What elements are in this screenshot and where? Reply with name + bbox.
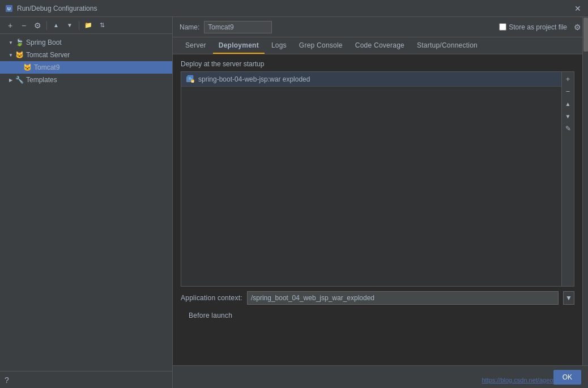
close-button[interactable]: ✕	[572, 3, 583, 14]
app-icon: U	[5, 4, 14, 13]
deploy-list-item[interactable]: W spring-boot-04-web-jsp:war exploded	[181, 72, 561, 87]
folder-button[interactable]: 📁	[83, 20, 94, 31]
add-artifact-button[interactable]: +	[563, 73, 574, 84]
app-context-area: Application context: ▼	[181, 291, 574, 305]
tab-server[interactable]: Server	[180, 37, 212, 54]
deploy-list: W spring-boot-04-web-jsp:war exploded	[181, 72, 561, 286]
app-context-label: Application context:	[181, 294, 242, 302]
tree-item-tomcat-server[interactable]: ▼ 🐱 Tomcat Server	[0, 49, 172, 61]
toolbar-separator-1	[46, 21, 47, 30]
artifact-label: spring-boot-04-web-jsp:war exploded	[198, 75, 310, 83]
move-artifact-down-button[interactable]: ▼	[563, 110, 574, 122]
remove-artifact-button[interactable]: −	[563, 86, 574, 97]
title-bar-text: Run/Debug Configurations	[17, 5, 97, 12]
edit-config-button[interactable]: ⚙	[32, 20, 43, 31]
right-scrollbar[interactable]	[582, 17, 588, 388]
svg-text:W: W	[191, 79, 194, 83]
artifact-icon: W	[186, 75, 195, 84]
right-header: Name: Store as project file ⚙	[173, 17, 588, 37]
tomcat-server-icon: 🐱	[15, 50, 24, 59]
tree-label-spring-boot: Spring Boot	[26, 39, 62, 46]
main-layout: + − ⚙ ▲ ▼ 📁 ⇅ ▼ 🍃 Spring Boot ▼ 🐱	[0, 17, 588, 388]
settings-gear-icon[interactable]: ⚙	[574, 23, 581, 32]
sort-button[interactable]: ⇅	[96, 20, 108, 31]
move-down-button[interactable]: ▼	[64, 20, 75, 31]
toolbar-separator-2	[79, 21, 79, 30]
store-project-area: Store as project file	[499, 23, 567, 31]
app-context-input[interactable]	[247, 291, 559, 305]
deployment-content: Deploy at the server startup	[173, 54, 582, 388]
before-launch-label: Before launch	[181, 308, 574, 323]
name-input[interactable]	[204, 21, 272, 33]
edit-artifact-button[interactable]: ✎	[563, 123, 574, 134]
scrollbar-thumb	[583, 18, 588, 52]
svg-text:U: U	[7, 6, 11, 11]
spring-boot-icon: 🍃	[15, 38, 24, 47]
tree-label-tomcat9: Tomcat9	[34, 63, 59, 71]
add-config-button[interactable]: +	[5, 20, 16, 31]
tree-arrow-spring: ▼	[7, 40, 15, 45]
left-panel: + − ⚙ ▲ ▼ 📁 ⇅ ▼ 🍃 Spring Boot ▼ 🐱	[0, 17, 173, 388]
store-as-project-checkbox[interactable]	[499, 23, 506, 31]
app-context-dropdown-button[interactable]: ▼	[563, 291, 574, 305]
config-tree: ▼ 🍃 Spring Boot ▼ 🐱 Tomcat Server ▶ 🐱 To…	[0, 34, 172, 371]
templates-icon: 🔧	[15, 75, 24, 84]
move-up-button[interactable]: ▲	[50, 20, 62, 31]
left-bottom-bar: ?	[0, 371, 172, 388]
help-icon[interactable]: ?	[5, 376, 9, 385]
tree-arrow-templates: ▶	[7, 78, 15, 83]
tab-code-coverage[interactable]: Code Coverage	[350, 37, 410, 54]
name-label: Name:	[180, 23, 199, 31]
tree-item-tomcat9[interactable]: ▶ 🐱 Tomcat9	[0, 61, 172, 74]
store-project-label: Store as project file	[509, 23, 567, 31]
remove-config-button[interactable]: −	[18, 20, 29, 31]
watermark-link[interactable]: https://blog.csdn.net/ageovb	[482, 377, 560, 383]
tree-label-templates: Templates	[26, 76, 57, 84]
tab-deployment[interactable]: Deployment	[213, 37, 265, 54]
tree-item-spring-boot[interactable]: ▼ 🍃 Spring Boot	[0, 36, 172, 49]
side-actions-panel: + − ▲ ▼ ✎	[561, 72, 574, 286]
tab-grep-console[interactable]: Grep Console	[293, 37, 348, 54]
left-toolbar: + − ⚙ ▲ ▼ 📁 ⇅	[0, 17, 172, 34]
title-bar: U Run/Debug Configurations ✕	[0, 0, 588, 17]
tabs-bar: Server Deployment Logs Grep Console Code…	[173, 37, 588, 54]
tree-arrow-tomcat: ▼	[7, 53, 15, 58]
tree-item-templates[interactable]: ▶ 🔧 Templates	[0, 74, 172, 86]
tree-label-tomcat-server: Tomcat Server	[26, 51, 70, 59]
tab-startup-connection[interactable]: Startup/Connection	[411, 37, 483, 54]
move-artifact-up-button[interactable]: ▲	[563, 98, 574, 109]
deploy-header: Deploy at the server startup	[173, 54, 582, 71]
right-panel: Name: Store as project file ⚙ Server Dep…	[173, 17, 588, 388]
tab-logs[interactable]: Logs	[266, 37, 292, 54]
svg-rect-4	[189, 78, 191, 78]
tomcat9-icon: 🐱	[23, 63, 32, 72]
